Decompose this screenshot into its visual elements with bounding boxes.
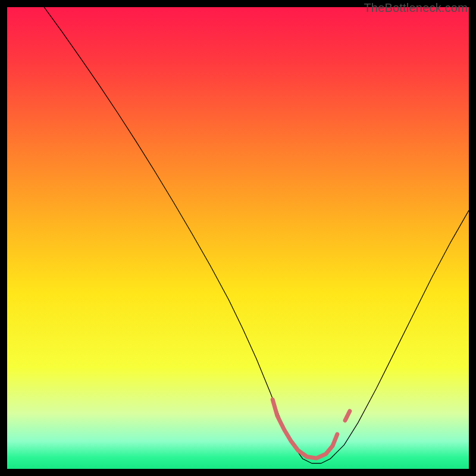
watermark-text: TheBottleneck.com [364,1,468,15]
bottleneck-chart [7,7,469,469]
chart-frame [7,7,469,469]
gradient-background [7,7,469,469]
